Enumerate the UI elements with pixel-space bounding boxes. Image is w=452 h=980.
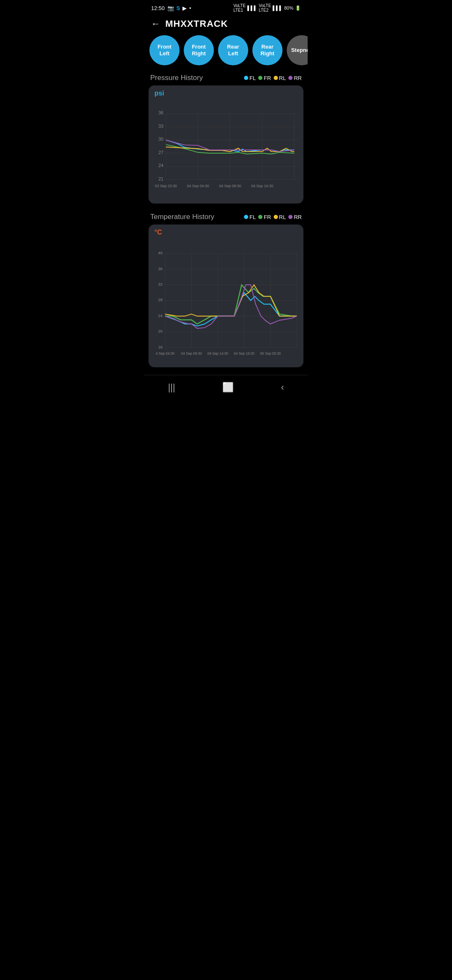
rl-dot: [274, 76, 278, 80]
svg-text:21: 21: [159, 176, 164, 181]
temp-chart-svg: 16 20 24 28 32 36 40 4 Sep 04:30 04 S: [152, 238, 300, 361]
temp-rl-dot: [274, 215, 278, 219]
battery-text: 80%: [284, 5, 293, 10]
menu-icon[interactable]: |||: [168, 382, 175, 393]
pressure-chart-card: psi 21 24 27 30 33 36: [149, 85, 303, 204]
dot-icon: •: [189, 5, 191, 11]
status-right: VoLTELTE1 ▌▌▌ VoLTELTE2 ▌▌▌ 80% 🔋: [234, 3, 301, 13]
svg-text:27: 27: [159, 150, 164, 155]
temp-fr-dot: [258, 215, 262, 219]
legend-rl: RL: [274, 75, 286, 81]
temp-rr-dot: [288, 215, 293, 219]
legend-fr: FR: [258, 75, 271, 81]
wheel-btn-rl[interactable]: RearLeft: [218, 35, 248, 65]
svg-text:24: 24: [159, 163, 164, 168]
pressure-chart-area: 21 24 27 30 33 36 03 Sep 23:30 04 Sep 04…: [152, 99, 300, 199]
signal-text2: VoLTELTE2: [259, 3, 271, 13]
back-icon[interactable]: ‹: [281, 382, 284, 393]
svg-text:04 Sep 09:30: 04 Sep 09:30: [181, 351, 202, 356]
svg-text:05 Sep 00:30: 05 Sep 00:30: [260, 351, 281, 356]
svg-text:04 Sep 19:30: 04 Sep 19:30: [234, 351, 254, 356]
wheel-buttons-group: FrontLeft FrontRight RearLeft RearRight …: [144, 35, 308, 72]
svg-text:04 Sep 09:30: 04 Sep 09:30: [219, 184, 241, 188]
temp-legend-rl: RL: [274, 214, 286, 220]
pressure-history-header: Pressure History FL FR RL RR: [144, 72, 308, 85]
svg-text:24: 24: [158, 313, 163, 318]
pressure-history-title: Pressure History: [150, 74, 203, 82]
legend-rr: RR: [288, 75, 302, 81]
svg-text:40: 40: [158, 250, 163, 255]
svg-text:03 Sep 23:30: 03 Sep 23:30: [155, 184, 177, 188]
temp-history-title: Temperature History: [150, 213, 214, 221]
bottom-nav: ||| ⬜ ‹: [144, 375, 308, 401]
svg-text:04 Sep 14:30: 04 Sep 14:30: [251, 184, 273, 188]
status-bar: 12:50 📷 S ▶ • VoLTELTE1 ▌▌▌ VoLTELTE2 ▌▌…: [144, 0, 308, 14]
temp-unit: °C: [152, 229, 300, 238]
signal-text: VoLTELTE1: [234, 3, 246, 13]
svg-rect-22: [152, 238, 300, 361]
temp-fl-label: FL: [249, 214, 256, 220]
home-icon[interactable]: ⬜: [222, 382, 234, 393]
temp-legend: FL FR RL RR: [244, 214, 302, 220]
s-icon: S: [177, 5, 180, 11]
rl-label: RL: [279, 75, 286, 81]
temp-legend-fl: FL: [244, 214, 256, 220]
svg-text:33: 33: [159, 124, 164, 129]
svg-text:36: 36: [159, 110, 164, 115]
signal-bars1: ▌▌▌: [247, 5, 257, 10]
svg-text:04 Sep 04:30: 04 Sep 04:30: [187, 184, 209, 188]
fl-dot: [244, 76, 248, 80]
temp-legend-fr: FR: [258, 214, 271, 220]
wheel-btn-rr[interactable]: RearRight: [252, 35, 282, 65]
legend-fl: FL: [244, 75, 256, 81]
play-icon: ▶: [182, 5, 187, 11]
svg-text:28: 28: [158, 297, 163, 302]
svg-text:36: 36: [158, 266, 163, 271]
status-left: 12:50 📷 S ▶ •: [151, 5, 191, 11]
fr-dot: [258, 76, 262, 80]
temp-rl-label: RL: [279, 214, 286, 220]
header: ← MHXXTRACK: [144, 14, 308, 35]
fr-label: FR: [264, 75, 271, 81]
wheel-btn-fl[interactable]: FrontLeft: [149, 35, 180, 65]
temp-legend-rr: RR: [288, 214, 302, 220]
svg-text:30: 30: [159, 137, 164, 142]
svg-text:16: 16: [158, 345, 163, 349]
pressure-unit: psi: [152, 90, 300, 99]
temp-rr-label: RR: [294, 214, 302, 220]
status-time: 12:50: [151, 5, 165, 11]
signal-bars2: ▌▌▌: [273, 5, 282, 10]
wheel-btn-fr[interactable]: FrontRight: [184, 35, 214, 65]
rr-dot: [288, 76, 293, 80]
temp-fl-dot: [244, 215, 248, 219]
page-title: MHXXTRACK: [165, 18, 228, 29]
photo-icon: 📷: [167, 5, 174, 11]
temp-chart-card: °C 16 20 24 28 32 36 40: [149, 224, 303, 367]
rr-label: RR: [294, 75, 302, 81]
svg-text:04 Sep 14:30: 04 Sep 14:30: [208, 351, 229, 356]
pressure-legend: FL FR RL RR: [244, 75, 302, 81]
fl-label: FL: [249, 75, 256, 81]
wheel-btn-stepney[interactable]: Stepney: [287, 35, 308, 65]
svg-text:20: 20: [158, 329, 163, 333]
pressure-chart-svg: 21 24 27 30 33 36 03 Sep 23:30 04 Sep 04…: [152, 99, 300, 198]
temp-fr-label: FR: [264, 214, 271, 220]
battery-icon: 🔋: [295, 5, 301, 11]
svg-text:32: 32: [158, 282, 163, 286]
svg-text:4 Sep 04:30: 4 Sep 04:30: [156, 351, 175, 356]
back-button[interactable]: ←: [151, 18, 160, 29]
temp-history-header: Temperature History FL FR RL RR: [144, 211, 308, 224]
temp-chart-area: 16 20 24 28 32 36 40 4 Sep 04:30 04 S: [152, 238, 300, 363]
